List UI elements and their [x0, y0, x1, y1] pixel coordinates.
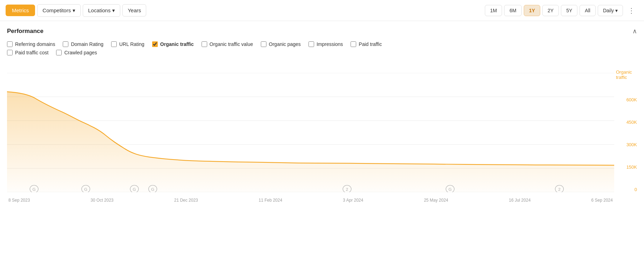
metric-referring-domains[interactable]: Referring domains [7, 41, 55, 47]
paid-traffic-cost-checkbox[interactable] [7, 50, 13, 55]
metrics-row: Referring domains Domain Rating URL Rati… [7, 41, 637, 47]
more-options-button[interactable]: ⋮ [625, 5, 638, 16]
organic-traffic-value-label: Organic traffic value [210, 41, 253, 47]
metric-organic-traffic-value[interactable]: Organic traffic value [202, 41, 253, 47]
metric-impressions[interactable]: Impressions [309, 41, 343, 47]
referring-domains-checkbox[interactable] [7, 41, 13, 47]
metrics-button[interactable]: Metrics [6, 5, 35, 16]
y-label-300k: 300K [626, 142, 637, 147]
marker-g1-label: G [33, 187, 36, 191]
daily-button[interactable]: Daily [598, 5, 623, 16]
y-label-organic-traffic: Organic traffic [616, 69, 637, 80]
x-label-oct2023: 30 Oct 2023 [90, 198, 113, 203]
paid-traffic-checkbox[interactable] [351, 41, 356, 47]
toolbar-right: 1M 6M 1Y 2Y 5Y All Daily ⋮ [485, 5, 638, 16]
url-rating-checkbox[interactable] [111, 41, 117, 47]
x-label-feb2024: 11 Feb 2024 [259, 198, 282, 203]
competitors-label: Competitors [42, 7, 71, 13]
x-label-apr2024: 3 Apr 2024 [343, 198, 363, 203]
metric-organic-pages[interactable]: Organic pages [261, 41, 301, 47]
toolbar-left: Metrics Competitors Locations Years [6, 4, 146, 17]
performance-section: Performance ∧ Referring domains Domain R… [0, 21, 644, 55]
referring-domains-label: Referring domains [15, 41, 55, 47]
marker-2b-label: 2 [558, 187, 561, 191]
x-label-dec2023: 21 Dec 2023 [174, 198, 198, 203]
daily-label: Daily [603, 8, 614, 13]
performance-header: Performance ∧ [7, 27, 637, 35]
time-1y-button[interactable]: 1Y [524, 5, 540, 16]
marker-2a-label: 2 [346, 187, 348, 191]
url-rating-label: URL Rating [119, 41, 144, 47]
metric-url-rating[interactable]: URL Rating [111, 41, 144, 47]
metric-paid-traffic[interactable]: Paid traffic [351, 41, 382, 47]
chart-container: Organic traffic 600K 450K 300K 150K 0 [7, 62, 637, 203]
locations-button[interactable]: Locations [83, 4, 120, 17]
x-label-may2024: 25 May 2024 [424, 198, 448, 203]
time-5y-button[interactable]: 5Y [561, 5, 577, 16]
organic-traffic-label: Organic traffic [160, 41, 194, 47]
time-6m-button[interactable]: 6M [504, 5, 521, 16]
metric-domain-rating[interactable]: Domain Rating [63, 41, 103, 47]
crawled-pages-label: Crawled pages [64, 50, 97, 55]
metric-crawled-pages[interactable]: Crawled pages [56, 50, 97, 55]
organic-traffic-value-checkbox[interactable] [202, 41, 207, 47]
y-label-450k: 450K [626, 120, 637, 125]
years-button[interactable]: Years [122, 4, 146, 16]
time-2y-button[interactable]: 2Y [542, 5, 559, 16]
years-label: Years [128, 7, 141, 13]
performance-title: Performance [7, 28, 43, 35]
impressions-label: Impressions [317, 41, 343, 47]
y-label-0: 0 [635, 187, 637, 192]
domain-rating-checkbox[interactable] [63, 41, 68, 47]
impressions-checkbox[interactable] [309, 41, 314, 47]
crawled-pages-checkbox[interactable] [56, 50, 62, 55]
competitors-chevron-icon [73, 7, 75, 14]
marker-g2-label: G [84, 187, 87, 191]
y-label-150k: 150K [626, 164, 637, 170]
metric-organic-traffic[interactable]: Organic traffic [152, 41, 194, 47]
chart-area-fill [7, 92, 614, 192]
organic-traffic-checkbox[interactable] [152, 41, 158, 47]
x-label-sep2023: 8 Sep 2023 [8, 198, 30, 203]
marker-g3-label: G [133, 187, 136, 191]
metric-paid-traffic-cost[interactable]: Paid traffic cost [7, 50, 48, 55]
chart-area: Organic traffic 600K 450K 300K 150K 0 [0, 62, 644, 203]
time-1m-button[interactable]: 1M [485, 5, 502, 16]
x-label-jul2024: 16 Jul 2024 [509, 198, 531, 203]
locations-chevron-icon [112, 7, 115, 14]
marker-g5-label: G [448, 187, 452, 191]
competitors-button[interactable]: Competitors [37, 4, 81, 17]
paid-traffic-label: Paid traffic [359, 41, 382, 47]
y-label-600k: 600K [626, 97, 637, 102]
collapse-button[interactable]: ∧ [632, 27, 637, 35]
organic-pages-label: Organic pages [269, 41, 301, 47]
chart-svg: G G G G 2 G 2 [7, 73, 614, 192]
marker-g4-label: G [151, 187, 154, 191]
organic-pages-checkbox[interactable] [261, 41, 266, 47]
toolbar: Metrics Competitors Locations Years 1M 6… [0, 0, 644, 21]
daily-chevron-icon [615, 8, 618, 13]
metrics-row-2: Paid traffic cost Crawled pages [7, 50, 637, 55]
locations-label: Locations [88, 7, 110, 13]
paid-traffic-cost-label: Paid traffic cost [15, 50, 48, 55]
x-label-sep2024: 6 Sep 2024 [591, 198, 613, 203]
time-all-button[interactable]: All [579, 5, 596, 16]
domain-rating-label: Domain Rating [71, 41, 103, 47]
